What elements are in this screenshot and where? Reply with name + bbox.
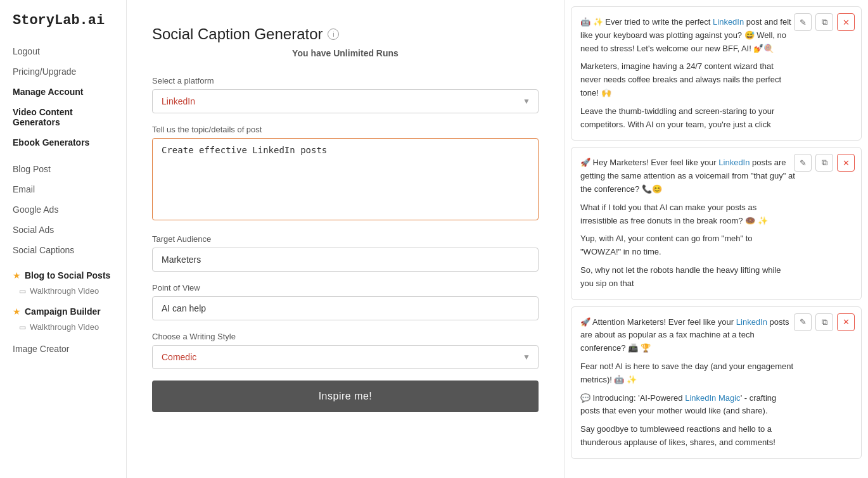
card-1-text: 🤖 ✨ Ever tried to write the perfect Link… [580,16,852,131]
sidebar-logout[interactable]: Logout [0,41,126,61]
sidebar-blog-post[interactable]: Blog Post [0,159,126,179]
topic-label: Tell us the topic/details of post [152,125,539,134]
card-2-close-button[interactable]: ✕ [837,154,855,172]
form-section: Social Caption Generator i You have Unli… [127,0,564,478]
style-select[interactable]: Comedic Professional Casual Inspirationa… [153,346,538,368]
topic-input[interactable]: Create effective LinkedIn posts [152,138,539,220]
pov-group: Point of View [152,283,539,320]
card-2-text: 🚀 Hey Marketers! Ever feel like your Lin… [580,156,852,290]
audience-input[interactable] [152,248,539,272]
card-3-actions: ✎ ⧉ ✕ [794,313,855,331]
sidebar-blog-to-social-video[interactable]: ▭ Walkthrough Video [0,283,126,299]
card-3-text: 🚀 Attention Marketers! Ever feel like yo… [580,316,852,450]
card-2-actions: ✎ ⧉ ✕ [794,154,855,172]
sidebar-email[interactable]: Email [0,179,126,199]
card-3-edit-button[interactable]: ✎ [794,313,812,331]
topic-group: Tell us the topic/details of post Create… [152,125,539,223]
card-3-close-button[interactable]: ✕ [837,313,855,331]
card-2-copy-button[interactable]: ⧉ [815,154,833,172]
sidebar-image-creator[interactable]: Image Creator [0,339,126,359]
sidebar-social-ads[interactable]: Social Ads [0,220,126,240]
sidebar-campaign-builder[interactable]: Campaign Builder [25,306,101,317]
logo: StoryLab.ai [0,13,126,41]
sidebar-manage-account[interactable]: Manage Account [0,82,126,102]
result-card-2: ✎ ⧉ ✕ 🚀 Hey Marketers! Ever feel like yo… [571,147,862,299]
pov-label: Point of View [152,283,539,292]
sidebar-campaign-section: ★ Campaign Builder [0,301,126,319]
sidebar-video-content[interactable]: Video Content Generators [0,102,126,132]
card-1-actions: ✎ ⧉ ✕ [794,13,855,31]
card-1-edit-button[interactable]: ✎ [794,13,812,31]
platform-select[interactable]: LinkedIn Twitter Facebook Instagram [153,90,538,113]
star-icon-1: ★ [13,270,21,280]
video-icon-1: ▭ [19,287,26,296]
sidebar-blog-to-social-section: ★ Blog to Social Posts [0,265,126,283]
main-content: Social Caption Generator i You have Unli… [127,0,868,478]
platform-select-wrapper[interactable]: LinkedIn Twitter Facebook Instagram ▼ [152,89,539,113]
star-icon-2: ★ [13,306,21,317]
card-1-copy-button[interactable]: ⧉ [815,13,833,31]
sidebar: StoryLab.ai Logout Pricing/Upgrade Manag… [0,0,127,478]
sidebar-social-captions[interactable]: Social Captions [0,240,126,260]
card-3-copy-button[interactable]: ⧉ [815,313,833,331]
audience-group: Target Audience [152,234,539,272]
card-1-close-button[interactable]: ✕ [837,13,855,31]
result-card-1: ✎ ⧉ ✕ 🤖 ✨ Ever tried to write the perfec… [571,6,862,141]
style-label: Choose a Writing Style [152,332,539,341]
result-card-3: ✎ ⧉ ✕ 🚀 Attention Marketers! Ever feel l… [571,306,862,459]
sidebar-google-ads[interactable]: Google Ads [0,199,126,220]
platform-group: Select a platform LinkedIn Twitter Faceb… [152,76,539,113]
card-2-edit-button[interactable]: ✎ [794,154,812,172]
video-icon-2: ▭ [19,323,26,332]
style-select-wrapper[interactable]: Comedic Professional Casual Inspirationa… [152,345,539,369]
sidebar-pricing[interactable]: Pricing/Upgrade [0,61,126,82]
results-panel: ✎ ⧉ ✕ 🤖 ✨ Ever tried to write the perfec… [564,0,868,478]
info-icon[interactable]: i [328,28,339,40]
sidebar-campaign-video[interactable]: ▭ Walkthrough Video [0,319,126,335]
platform-label: Select a platform [152,76,539,85]
page-title: Social Caption Generator i [152,25,539,43]
inspire-button[interactable]: Inspire me! [152,381,539,412]
style-group: Choose a Writing Style Comedic Professio… [152,332,539,369]
sidebar-blog-to-social[interactable]: Blog to Social Posts [25,270,110,280]
audience-label: Target Audience [152,234,539,244]
unlimited-badge: You have Unlimited Runs [152,48,539,58]
pov-input[interactable] [152,296,539,320]
sidebar-ebook[interactable]: Ebook Generators [0,132,126,153]
